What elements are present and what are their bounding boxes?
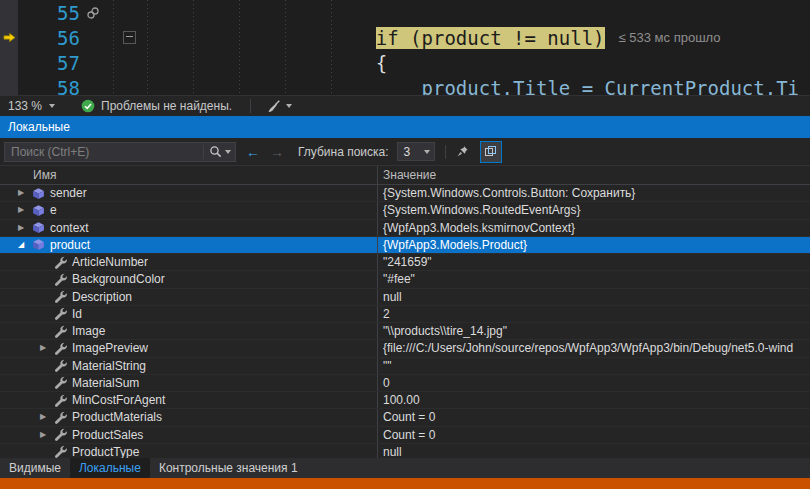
breakpoint-margin[interactable]: [0, 50, 18, 75]
breakpoint-margin[interactable]: [0, 0, 18, 25]
table-row[interactable]: ▶e{System.Windows.RoutedEventArgs}: [0, 202, 810, 219]
name-cell[interactable]: Id: [0, 306, 378, 322]
name-cell[interactable]: ▶sender: [0, 185, 378, 201]
pin-properties-button[interactable]: [452, 141, 474, 163]
search-previous-button[interactable]: ←: [246, 144, 260, 160]
table-row[interactable]: ▶sender{System.Windows.Controls.Button: …: [0, 185, 810, 202]
name-cell[interactable]: MinCostForAgent: [0, 392, 378, 408]
fold-margin[interactable]: [122, 31, 147, 44]
variable-value[interactable]: {WpfApp3.Models.Product}: [378, 237, 810, 253]
table-row[interactable]: ◢product{WpfApp3.Models.Product}: [0, 237, 810, 254]
name-cell[interactable]: ▶ProductMaterials: [0, 409, 378, 425]
tab-autos[interactable]: Видимые: [0, 458, 70, 478]
column-header-value[interactable]: Значение: [378, 168, 810, 182]
variable-value[interactable]: Count = 0: [378, 409, 810, 425]
indent-whitespace: [147, 77, 422, 96]
variable-value[interactable]: {WpfApp3.Models.ksmirnovContext}: [378, 220, 810, 236]
code-line[interactable]: if (product != null)≤ 533 мс прошло: [147, 27, 810, 49]
table-row[interactable]: ▶ProductSalesCount = 0: [0, 427, 810, 444]
variable-value[interactable]: "#fee": [378, 271, 810, 287]
breakpoint-margin[interactable]: [0, 25, 18, 50]
chevron-down-icon: [49, 104, 55, 108]
variable-name: ProductMaterials: [72, 410, 162, 424]
name-cell[interactable]: ▶context: [0, 220, 378, 236]
column-header-name[interactable]: Имя: [0, 166, 378, 184]
variable-value[interactable]: 0: [378, 375, 810, 391]
name-cell[interactable]: ▶ProductSales: [0, 427, 378, 443]
document-health-indicator[interactable]: Проблемы не найдены.: [81, 99, 232, 113]
variable-value[interactable]: {file:///C:/Users/John/source/repos/WpfA…: [378, 340, 810, 356]
name-cell[interactable]: BackgroundColor: [0, 271, 378, 287]
variable-value[interactable]: Count = 0: [378, 427, 810, 443]
search-next-button[interactable]: →: [270, 144, 284, 160]
variable-value[interactable]: null: [378, 289, 810, 305]
table-row[interactable]: MaterialString"": [0, 358, 810, 375]
variable-name: ArticleNumber: [72, 255, 148, 269]
table-row[interactable]: ▶ProductMaterialsCount = 0: [0, 409, 810, 426]
table-row[interactable]: Id2: [0, 306, 810, 323]
name-cell[interactable]: ▶e: [0, 202, 378, 218]
object-icon: [32, 187, 48, 200]
chevron-down-icon[interactable]: [225, 150, 231, 154]
variable-value[interactable]: null: [378, 444, 810, 458]
table-row[interactable]: Image"\\products\\tire_14.jpg": [0, 323, 810, 340]
perf-tip[interactable]: ≤ 533 мс прошло: [619, 30, 721, 45]
expander-icon[interactable]: ▶: [18, 189, 32, 197]
variable-value[interactable]: "241659": [378, 254, 810, 270]
name-cell[interactable]: Image: [0, 323, 378, 339]
breakpoint-margin[interactable]: [0, 75, 18, 95]
variable-value[interactable]: 2: [378, 306, 810, 322]
property-icon: [54, 359, 70, 372]
visualizer-toggle-button[interactable]: [480, 141, 502, 163]
search-input[interactable]: [5, 145, 203, 159]
table-row[interactable]: BackgroundColor"#fee": [0, 271, 810, 288]
search-icon[interactable]: [209, 145, 222, 158]
code-editor[interactable]: 5556 if (product != null)≤ 533 мс прошло…: [0, 0, 810, 95]
name-cell[interactable]: MaterialString: [0, 358, 378, 374]
name-cell[interactable]: ArticleNumber: [0, 254, 378, 270]
table-row[interactable]: MinCostForAgent100.00: [0, 392, 810, 409]
property-icon: [54, 325, 70, 338]
editor-line: 56 if (product != null)≤ 533 мс прошло: [0, 25, 810, 50]
code-line[interactable]: {: [147, 52, 810, 74]
expander-icon[interactable]: ▶: [18, 224, 32, 232]
code-line[interactable]: product.Title = CurrentProduct.Ti: [147, 77, 810, 96]
table-row[interactable]: ▶ImagePreview{file:///C:/Users/John/sour…: [0, 340, 810, 357]
table-row[interactable]: ArticleNumber"241659": [0, 254, 810, 271]
variable-name: MaterialSum: [72, 376, 139, 390]
grid-header[interactable]: Имя Значение: [0, 166, 810, 185]
table-row[interactable]: MaterialSum0: [0, 375, 810, 392]
expander-icon[interactable]: ▶: [40, 344, 54, 352]
name-cell[interactable]: ▶ImagePreview: [0, 340, 378, 356]
zoom-select[interactable]: 133 %: [8, 99, 55, 113]
search-depth-select[interactable]: 3: [397, 142, 435, 161]
collapse-region-icon[interactable]: [123, 31, 136, 44]
line-number: 55: [18, 2, 80, 24]
expander-icon[interactable]: ▶: [40, 431, 54, 439]
name-cell[interactable]: MaterialSum: [0, 375, 378, 391]
variable-value[interactable]: {System.Windows.RoutedEventArgs}: [378, 202, 810, 218]
search-box[interactable]: [4, 142, 236, 162]
table-row[interactable]: ProductTypenull: [0, 444, 810, 458]
code-cleanup-button[interactable]: [267, 99, 292, 113]
expander-icon[interactable]: ▶: [18, 206, 32, 214]
tab-watch-1[interactable]: Контрольные значения 1: [150, 458, 307, 478]
variable-name: ProductType: [72, 445, 139, 458]
expander-icon[interactable]: ▶: [40, 413, 54, 421]
name-cell[interactable]: Description: [0, 289, 378, 305]
name-cell[interactable]: ◢product: [0, 237, 378, 253]
locals-panel-titlebar[interactable]: Локальные: [0, 116, 810, 138]
debug-statusbar: [0, 478, 810, 489]
variable-value[interactable]: "\\products\\tire_14.jpg": [378, 323, 810, 339]
expander-icon[interactable]: ◢: [18, 241, 32, 249]
current-statement-arrow-icon: [3, 31, 16, 44]
table-row[interactable]: Descriptionnull: [0, 289, 810, 306]
tool-window-tabstrip: Видимые Локальные Контрольные значения 1: [0, 458, 810, 478]
property-icon: [54, 256, 70, 269]
table-row[interactable]: ▶context{WpfApp3.Models.ksmirnovContext}: [0, 220, 810, 237]
variable-value[interactable]: 100.00: [378, 392, 810, 408]
tab-locals[interactable]: Локальные: [70, 458, 150, 478]
variable-value[interactable]: {System.Windows.Controls.Button: Сохрани…: [378, 185, 810, 201]
variable-value[interactable]: "": [378, 358, 810, 374]
name-cell[interactable]: ProductType: [0, 444, 378, 458]
